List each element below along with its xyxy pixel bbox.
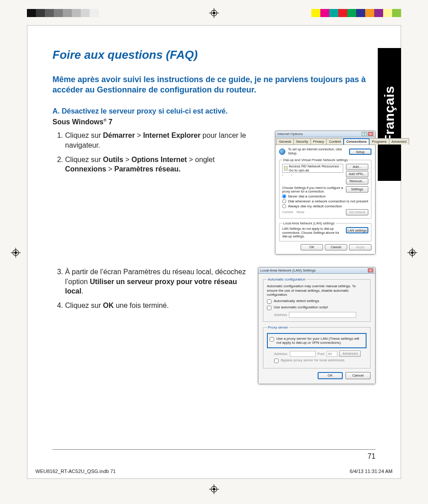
registration-mark-icon	[209, 484, 219, 494]
close-icon[interactable]: ×	[368, 268, 373, 272]
proxy-note: Choose Settings if you need to configure…	[282, 186, 343, 194]
registration-mark-icon	[407, 248, 417, 258]
step-item: Cliquez sur Outils > Options Internet > …	[65, 155, 250, 174]
lan-settings-dialog: Local Area Network (LAN) Settings × Auto…	[258, 267, 376, 384]
page-footer: 71	[52, 449, 376, 460]
colorbar-right	[311, 9, 401, 17]
settings-button[interactable]: Settings	[346, 186, 368, 193]
step-item: Cliquez sur OK une fois terminé.	[65, 301, 250, 311]
tab-advanced[interactable]: Advanced	[389, 138, 409, 145]
row-1: Cliquez sur Démarrer > Internet Explorer…	[52, 131, 376, 254]
globe-icon	[279, 149, 285, 155]
step-item: Cliquez sur Démarrer > Internet Explorer…	[65, 131, 250, 150]
language-tab: Français	[378, 48, 401, 181]
colorbar-left	[27, 9, 99, 17]
content-area: Foire aux questions (FAQ) Même après avo…	[52, 48, 376, 453]
os-heading: Sous Windows® 7	[52, 118, 376, 126]
step-item: À partir de l’écran Paramètres du réseau…	[65, 267, 250, 296]
connection-listbox[interactable]: Access RD Network Resources - Go to vpn.…	[282, 164, 343, 173]
intro-text: Même après avoir suivi les instructions …	[52, 75, 376, 95]
connection-item: Access RD Network Resources - Go to vpn.…	[289, 164, 341, 172]
radio-dial-when[interactable]	[282, 199, 286, 203]
section-a-heading: A. Désactivez le serveur proxy si celui-…	[52, 107, 376, 115]
language-label: Français	[382, 86, 397, 143]
script-address-input[interactable]	[289, 312, 356, 318]
dialog-titlebar: Local Area Network (LAN) Settings ×	[258, 267, 375, 274]
tab-connections[interactable]: Connections	[343, 138, 370, 145]
auto-detect-checkbox[interactable]	[267, 299, 271, 304]
help-icon[interactable]: ?	[362, 132, 367, 136]
proxy-port-input[interactable]: 80	[327, 351, 337, 357]
dialup-legend: Dial-up and Virtual Private Network sett…	[282, 158, 349, 162]
advanced-button[interactable]: Advanced	[339, 351, 361, 357]
add-vpn-button[interactable]: Add VPN...	[346, 171, 368, 177]
apply-button: Apply	[349, 244, 371, 250]
print-footer-filename: WEU8162_RT-AC52U_QSG.indb 71	[35, 469, 116, 474]
page-number: 71	[367, 452, 376, 460]
tab-privacy[interactable]: Privacy	[310, 138, 327, 145]
remove-button[interactable]: Remove...	[346, 178, 368, 184]
radio-always-dial[interactable]	[282, 204, 286, 208]
tabs-bar: GeneralSecurityPrivacyContentConnections…	[275, 137, 375, 145]
setup-button[interactable]: Setup	[349, 149, 371, 155]
proxy-legend: Proxy server	[267, 325, 289, 329]
footer-rule	[52, 449, 376, 450]
lan-settings-button[interactable]: LAN settings	[346, 227, 368, 233]
proxy-address-input[interactable]	[290, 351, 316, 357]
radio-never-dial[interactable]	[282, 194, 286, 198]
lan-text: LAN Settings do not apply to dial-up con…	[282, 227, 343, 238]
connection-icon	[284, 166, 288, 171]
bypass-checkbox[interactable]	[274, 359, 279, 363]
auto-config-note: Automatic configuration may override man…	[267, 284, 367, 297]
page: Français Foire aux questions (FAQ) Même …	[27, 25, 401, 479]
steps-list-bottom: À partir de l’écran Paramètres du réseau…	[52, 267, 250, 310]
dialup-fieldset: Dial-up and Virtual Private Network sett…	[279, 158, 371, 219]
svg-point-15	[213, 488, 215, 491]
svg-point-7	[14, 251, 17, 254]
proxy-fieldset: Proxy server Use a proxy server for your…	[263, 325, 371, 368]
lan-fieldset: Local Area Network (LAN) settings LAN Se…	[279, 221, 371, 241]
cancel-button[interactable]: Cancel	[325, 244, 347, 250]
lan-legend: Local Area Network (LAN) settings	[282, 221, 336, 225]
dialog-title: Local Area Network (LAN) Settings	[260, 268, 316, 272]
steps-list-top: Cliquez sur Démarrer > Internet Explorer…	[52, 131, 250, 174]
internet-options-dialog: Internet Options ? × GeneralSecurityPriv…	[275, 131, 376, 254]
set-default-button: Set default	[346, 209, 368, 215]
auto-script-checkbox[interactable]	[267, 306, 271, 310]
tab-security[interactable]: Security	[293, 138, 311, 145]
dialog-title: Internet Options	[277, 132, 303, 136]
ok-button[interactable]: OK	[318, 372, 343, 379]
tab-content[interactable]: Content	[326, 138, 343, 145]
cancel-button[interactable]: Cancel	[345, 372, 371, 379]
setup-text: To set up an Internet connection, click …	[288, 148, 346, 155]
auto-config-legend: Automatic configuration	[267, 277, 306, 281]
print-footer: WEU8162_RT-AC52U_QSG.indb 71 6/4/13 11:3…	[27, 469, 401, 474]
svg-point-3	[213, 12, 215, 14]
registration-mark-icon	[11, 248, 21, 258]
use-proxy-checkbox[interactable]	[270, 337, 274, 342]
auto-config-fieldset: Automatic configuration Automatic config…	[263, 277, 371, 322]
registration-mark-icon	[209, 8, 219, 18]
add-button[interactable]: Add...	[346, 164, 368, 170]
tab-general[interactable]: General	[276, 138, 294, 145]
svg-point-11	[411, 251, 414, 254]
tab-programs[interactable]: Programs	[369, 138, 389, 145]
close-icon[interactable]: ×	[368, 132, 373, 136]
page-title: Foire aux questions (FAQ)	[52, 48, 376, 62]
row-2: À partir de l’écran Paramètres du réseau…	[52, 267, 376, 384]
print-footer-timestamp: 6/4/13 11:31:24 AM	[350, 469, 393, 474]
dialog-titlebar: Internet Options ? ×	[275, 131, 375, 137]
ok-button[interactable]: OK	[301, 244, 323, 250]
